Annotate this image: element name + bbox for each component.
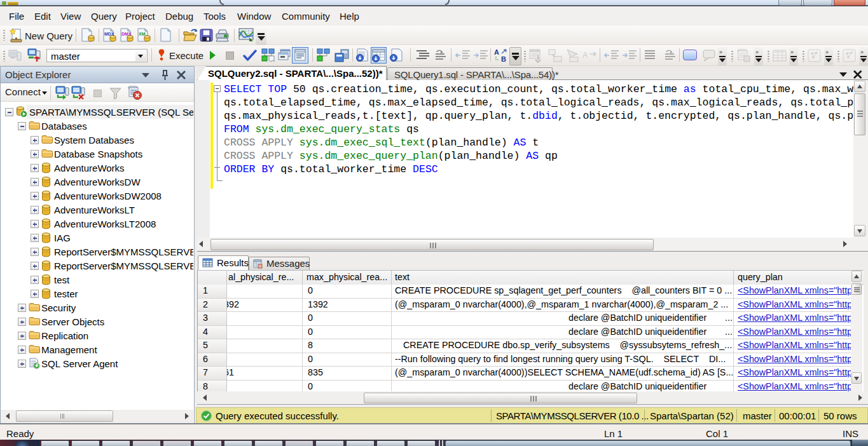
svg-text:A: A xyxy=(494,48,499,56)
svg-text:A: A xyxy=(582,50,588,60)
svg-text:B: B xyxy=(501,55,506,62)
svg-text:XM: XM xyxy=(139,32,146,36)
